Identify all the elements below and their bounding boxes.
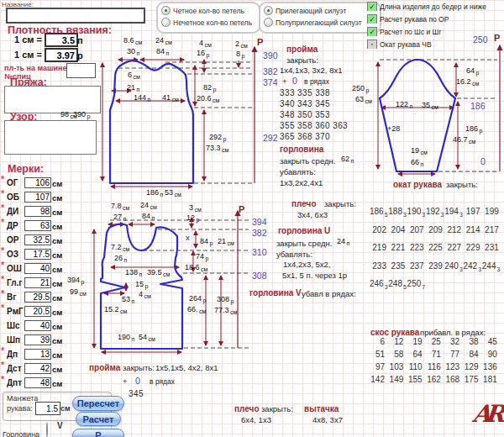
dimension-label: 27п	[113, 213, 126, 221]
measure-input-ОЗ[interactable]	[24, 249, 51, 260]
dimension-label: 138п	[125, 268, 142, 276]
dimension-label: 186р	[465, 124, 482, 133]
text-label: +	[123, 376, 128, 386]
grid-cell: 168	[443, 375, 459, 384]
section-heading: пройма	[89, 363, 120, 372]
measure-input-ДИ[interactable]	[24, 206, 51, 217]
radio-icon[interactable]	[161, 18, 171, 27]
dimension-label: 186п	[146, 188, 163, 197]
parity-group: Четное кол-во петельНечетное кол-во пете…	[156, 2, 260, 34]
checked-icon[interactable]: ✓	[367, 14, 377, 24]
dimension-label: 7.2см	[111, 243, 129, 251]
density-stitches-input[interactable]	[45, 33, 78, 47]
radio-icon[interactable]	[264, 6, 273, 15]
measure-label: ОР	[7, 235, 18, 245]
grid-cell: 64	[406, 350, 423, 359]
checked-icon[interactable]: ✓	[367, 2, 377, 11]
recalculate-button[interactable]: Пересчет	[72, 396, 124, 411]
section-heading: горловина V	[249, 288, 302, 297]
option-checkbox-1[interactable]: ✓Расчет рукава по ОР	[367, 14, 504, 24]
grid-cell: 221	[388, 243, 405, 252]
required-star: *	[1, 374, 4, 384]
grid-cell: 217	[482, 225, 499, 234]
measure-input-ОБ[interactable]	[24, 192, 51, 203]
silhouette-group-option-0[interactable]: Прилегающий силуэт	[264, 6, 376, 15]
measure-input-Дст[interactable]	[24, 363, 51, 374]
measure-input-Шс[interactable]	[24, 320, 51, 331]
radio-icon[interactable]	[161, 6, 171, 15]
pattern-textarea[interactable]	[4, 120, 97, 155]
clipped-bottom-button[interactable]: Р	[72, 429, 124, 437]
dimension-label: 84п	[142, 212, 155, 220]
parity-group-option-1[interactable]: Нечетное кол-во петель	[161, 18, 255, 27]
measure-input-Гл.г[interactable]	[24, 277, 51, 288]
measure-input-ОШ[interactable]	[24, 263, 51, 274]
silhouette-group: Прилегающий силуэтПолуприлегающий силуэт	[259, 2, 381, 34]
measure-input-ОР[interactable]	[24, 234, 51, 245]
section-heading: окат рукава	[393, 180, 442, 189]
checkbox-label: Расчет по Шс и Шг	[380, 28, 442, 36]
measure-input-Дп[interactable]	[24, 349, 51, 360]
text-label: закрыть:	[123, 363, 155, 372]
dimension-label: 24п	[337, 237, 349, 245]
required-star: *	[1, 203, 4, 213]
grid-cell: 219	[370, 243, 386, 252]
unchecked-icon[interactable]: ▪	[367, 39, 377, 49]
measure-input-Шп[interactable]	[24, 334, 51, 345]
measure-unit: см	[52, 265, 62, 274]
text-label: 1x5,1x5, 4x2, 8x1	[155, 363, 218, 372]
neckline-v-radio[interactable]	[46, 422, 48, 437]
row-mark: 310	[252, 247, 267, 257]
measure-input-ОГ[interactable]	[24, 177, 51, 188]
measure-input-Вг[interactable]	[24, 292, 51, 303]
dimension-label: 16р	[197, 49, 209, 57]
option-checkbox-0[interactable]: ✓Длина изделия до бедер и ниже	[367, 2, 504, 11]
dimension-label: 84р	[200, 237, 213, 245]
axis-label: Р	[257, 37, 263, 47]
measure-label: Дст	[7, 364, 22, 373]
measure-unit: см	[52, 365, 62, 374]
grid-cell: 175	[462, 375, 479, 384]
machine-density-input[interactable]	[66, 63, 96, 78]
required-star: *	[1, 188, 4, 198]
grid-cell: 237	[407, 261, 424, 271]
dimension-label: 15.2см	[104, 305, 127, 313]
radio-label: Четное кол-во петель	[173, 7, 244, 15]
measure-label: ОЗ	[7, 250, 18, 259]
grid-cell: 199	[482, 207, 499, 216]
measure-input-РмГ[interactable]	[24, 306, 51, 317]
measure-label: ДИ	[7, 207, 18, 216]
name-input[interactable]	[6, 8, 145, 24]
measure-unit: см	[52, 379, 62, 388]
measure-label: Дпт	[7, 378, 22, 387]
measure-unit: см	[52, 336, 62, 345]
silhouette-group-option-1[interactable]: Полуприлегающий силуэт	[264, 18, 376, 27]
measure-input-ДР[interactable]	[24, 220, 51, 231]
cuff-input[interactable]	[35, 402, 60, 415]
dimension-label: 19см	[411, 146, 428, 155]
text-label: 3x4, 6x3	[297, 210, 328, 219]
radio-icon[interactable]	[264, 18, 273, 27]
grid-cell: 214	[464, 225, 480, 234]
density-rows-input[interactable]	[45, 48, 78, 62]
grid-cell: 38	[462, 337, 479, 346]
grid-cell: 204	[388, 225, 405, 234]
row-mark: 374	[263, 77, 278, 87]
grid-cell: 2507	[407, 279, 424, 288]
required-star: *	[1, 245, 4, 255]
text-label: прибавл. в рядах:	[420, 328, 486, 337]
text-label: закрыть:	[446, 180, 478, 189]
grid-cell: 225	[426, 243, 443, 252]
dimension-label: 82р	[203, 83, 216, 92]
radio-label: Нечетное кол-во петель	[173, 18, 252, 27]
grid-cell: 1865	[370, 207, 386, 216]
dimension-label: 18.6см	[185, 263, 207, 271]
measure-input-Дпт[interactable]	[24, 377, 51, 388]
row-numbers: 345	[129, 389, 144, 398]
parity-group-option-0[interactable]: Четное кол-во петель	[161, 6, 255, 15]
checked-icon[interactable]: ✓	[367, 27, 377, 36]
dimension-label: 66п	[411, 158, 423, 166]
calculate-button[interactable]: Расчет	[76, 412, 121, 426]
axis-label: Р	[239, 204, 244, 214]
grid-cell: 197	[464, 207, 480, 216]
